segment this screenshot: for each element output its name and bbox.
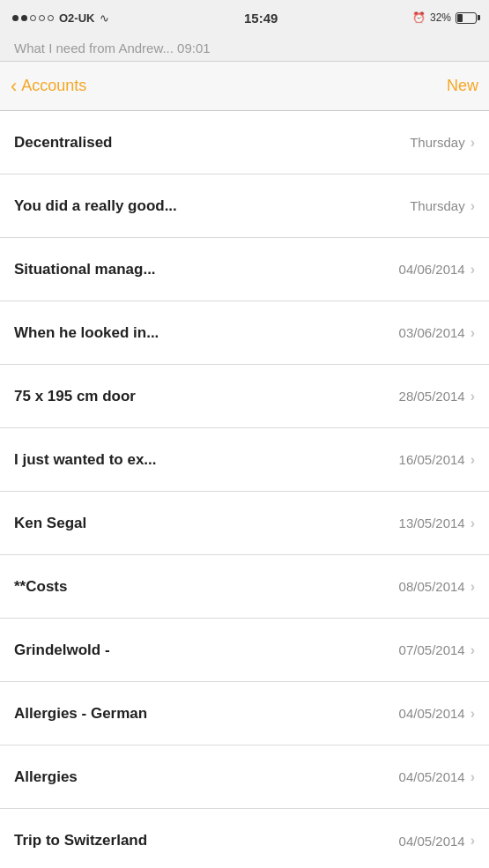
wifi-icon: ∿	[100, 11, 109, 25]
list-item[interactable]: When he looked in... 03/06/2014 ›	[0, 301, 489, 365]
back-chevron-icon: ‹	[11, 77, 17, 96]
chevron-right-icon: ›	[470, 389, 475, 404]
item-right: 04/05/2014 ›	[399, 706, 475, 722]
carrier-label: O2-UK	[59, 11, 94, 25]
item-date: 07/05/2014	[399, 642, 465, 657]
list-item[interactable]: Decentralised Thursday ›	[0, 111, 489, 174]
item-left: Allergies - German	[14, 705, 399, 723]
chevron-right-icon: ›	[470, 579, 475, 595]
item-right: 16/05/2014 ›	[399, 452, 475, 468]
chevron-right-icon: ›	[470, 325, 475, 341]
item-title: Trip to Switzerland	[14, 832, 390, 849]
chevron-right-icon: ›	[470, 833, 475, 849]
item-right: 13/05/2014 ›	[399, 516, 475, 531]
list-item[interactable]: I just wanted to ex... 16/05/2014 ›	[0, 428, 489, 492]
chevron-right-icon: ›	[470, 516, 475, 531]
item-date: 16/05/2014	[399, 452, 465, 467]
status-left: O2-UK ∿	[12, 11, 109, 25]
item-date: 04/05/2014	[399, 769, 465, 784]
list-item[interactable]: Allergies - German 04/05/2014 ›	[0, 682, 489, 746]
item-date: Thursday	[410, 135, 465, 150]
item-right: 04/05/2014 ›	[399, 769, 475, 785]
chevron-right-icon: ›	[470, 706, 475, 722]
item-left: 75 x 195 cm door	[14, 388, 399, 405]
item-left: Ken Segal	[14, 515, 399, 532]
peek-email: What I need from Andrew... 09:01	[0, 35, 489, 62]
item-left: Allergies	[14, 768, 399, 786]
list-item[interactable]: Trip to Switzerland 04/05/2014 ›	[0, 809, 489, 868]
item-date: 04/05/2014	[399, 706, 465, 721]
item-right: 03/06/2014 ›	[399, 325, 475, 341]
battery-icon	[456, 12, 477, 24]
list-item[interactable]: 75 x 195 cm door 28/05/2014 ›	[0, 365, 489, 428]
item-right: Thursday ›	[410, 135, 475, 151]
peek-email-text: What I need from Andrew... 09:01	[14, 41, 211, 56]
item-date: 08/05/2014	[399, 579, 465, 594]
item-title: Allergies	[14, 768, 390, 786]
item-title: Allergies - German	[14, 705, 390, 723]
chevron-right-icon: ›	[470, 452, 475, 468]
time-label: 15:49	[244, 11, 278, 26]
item-date: 28/05/2014	[399, 389, 465, 404]
item-title: Ken Segal	[14, 515, 390, 532]
email-list: Decentralised Thursday › You did a reall…	[0, 111, 489, 868]
battery-percent: 32%	[430, 11, 451, 24]
item-title: Decentralised	[14, 134, 401, 152]
item-date: 04/05/2014	[399, 834, 465, 849]
back-label: Accounts	[21, 77, 86, 95]
list-item[interactable]: You did a really good... Thursday ›	[0, 174, 489, 238]
back-button[interactable]: ‹ Accounts	[11, 77, 86, 96]
item-left: I just wanted to ex...	[14, 451, 399, 469]
item-left: You did a really good...	[14, 197, 410, 215]
item-right: Thursday ›	[410, 198, 475, 214]
item-title: When he looked in...	[14, 324, 390, 342]
chevron-right-icon: ›	[470, 769, 475, 785]
list-item[interactable]: Allergies 04/05/2014 ›	[0, 746, 489, 809]
item-title: You did a really good...	[14, 197, 401, 215]
chevron-right-icon: ›	[470, 642, 475, 658]
item-left: When he looked in...	[14, 324, 399, 342]
list-item[interactable]: Situational manag... 04/06/2014 ›	[0, 238, 489, 301]
item-title: I just wanted to ex...	[14, 451, 390, 469]
item-left: Trip to Switzerland	[14, 832, 399, 849]
item-right: 28/05/2014 ›	[399, 389, 475, 404]
item-right: 07/05/2014 ›	[399, 642, 475, 658]
chevron-right-icon: ›	[470, 262, 475, 278]
status-right: ⏰ 32%	[412, 11, 477, 24]
item-date: Thursday	[410, 198, 465, 213]
list-item[interactable]: Ken Segal 13/05/2014 ›	[0, 492, 489, 555]
list-item[interactable]: **Costs 08/05/2014 ›	[0, 555, 489, 619]
item-right: 04/05/2014 ›	[399, 833, 475, 849]
item-date: 04/06/2014	[399, 262, 465, 277]
item-date: 13/05/2014	[399, 516, 465, 530]
item-title: **Costs	[14, 578, 390, 596]
alarm-icon: ⏰	[412, 11, 426, 24]
item-title: Grindelwold -	[14, 642, 390, 659]
item-right: 04/06/2014 ›	[399, 262, 475, 278]
item-date: 03/06/2014	[399, 325, 465, 340]
list-item[interactable]: Grindelwold - 07/05/2014 ›	[0, 619, 489, 682]
signal-icon	[12, 15, 54, 21]
item-right: 08/05/2014 ›	[399, 579, 475, 595]
item-left: Grindelwold -	[14, 642, 399, 659]
new-button[interactable]: New	[447, 77, 478, 95]
chevron-right-icon: ›	[470, 135, 475, 151]
nav-bar: ‹ Accounts New	[0, 62, 489, 111]
status-bar: O2-UK ∿ 15:49 ⏰ 32%	[0, 0, 489, 35]
item-left: **Costs	[14, 578, 399, 596]
item-title: Situational manag...	[14, 261, 390, 278]
item-title: 75 x 195 cm door	[14, 388, 390, 405]
item-left: Situational manag...	[14, 261, 399, 278]
item-left: Decentralised	[14, 134, 410, 152]
chevron-right-icon: ›	[470, 198, 475, 214]
